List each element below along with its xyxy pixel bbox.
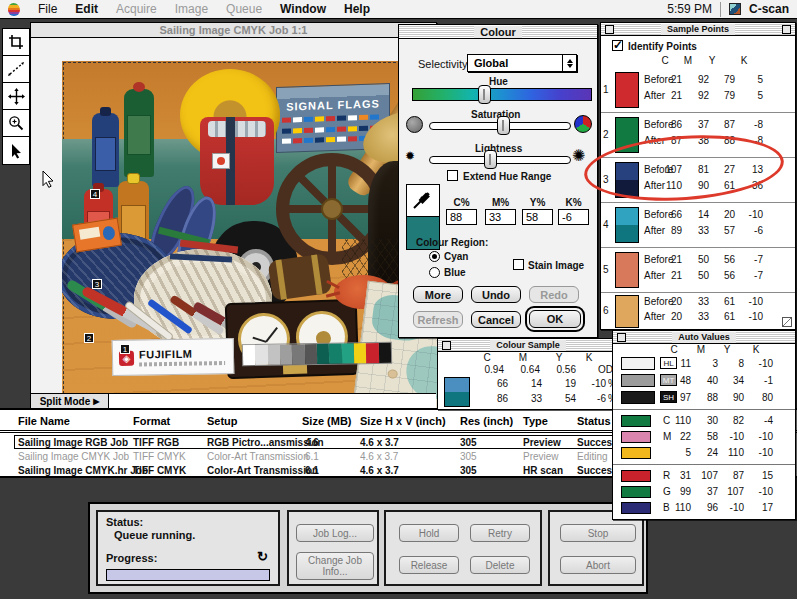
abort-button[interactable]: Abort <box>560 556 636 574</box>
crop-icon <box>8 34 24 50</box>
lightness-bright-icon: ✺ <box>572 146 585 165</box>
close-box[interactable] <box>617 333 626 342</box>
crop-tool[interactable] <box>3 29 29 56</box>
c-pct-label: C% <box>446 197 477 208</box>
refresh-button[interactable]: Refresh <box>413 311 463 328</box>
lightness-label: Lightness <box>475 143 522 154</box>
retry-button[interactable]: Retry <box>470 524 530 542</box>
menu-acquire[interactable]: Acquire <box>116 2 157 16</box>
y-value-field[interactable] <box>522 209 553 225</box>
r-swatch <box>621 470 651 482</box>
col-status[interactable]: Status <box>577 415 611 427</box>
colour-dialog-title: Colour <box>474 26 521 38</box>
identify-points-checkbox[interactable] <box>612 40 623 51</box>
menu-queue[interactable]: Queue <box>226 2 262 16</box>
menu-image[interactable]: Image <box>175 2 208 16</box>
sp-col-k: K <box>727 55 761 66</box>
sample-point-row[interactable]: 4 Before After 66 14 20 -10 89 33 57 -6 <box>601 203 795 248</box>
stop-button[interactable]: Stop <box>560 524 636 542</box>
sample-points-titlebar[interactable]: Sample Points <box>601 23 795 36</box>
move-tool[interactable] <box>3 83 29 110</box>
menu-help[interactable]: Help <box>344 2 370 16</box>
delete-button[interactable]: Delete <box>470 556 530 574</box>
region-radio-blue[interactable] <box>429 267 440 278</box>
col-size-hxv[interactable]: Size H x V (inch) <box>360 415 446 427</box>
hold-button[interactable]: Hold <box>399 524 459 542</box>
sample-point-row[interactable]: 1 Before After 21 92 79 5 21 92 79 5 <box>601 68 795 113</box>
region-radio-cyan[interactable] <box>429 251 440 262</box>
col-setup[interactable]: Setup <box>207 415 238 427</box>
k-value-field[interactable] <box>558 209 589 225</box>
status-group: Status: Queue running. Progress: ↻ <box>96 510 280 586</box>
measure-tool[interactable] <box>3 56 29 83</box>
colour-sample-title: Colour Sample <box>490 340 566 351</box>
sample-point-row[interactable]: 2 Before After 86 37 87 -8 87 38 88 -8 <box>601 113 795 158</box>
menu-clock: 5:59 PM <box>667 2 712 16</box>
pointer-icon <box>10 143 23 159</box>
col-type[interactable]: Type <box>523 415 548 427</box>
release-button[interactable]: Release <box>399 556 459 574</box>
hue-slider-thumb[interactable] <box>478 85 491 104</box>
col-res[interactable]: Res (inch) <box>460 415 513 427</box>
col-size-mb[interactable]: Size (MB) <box>302 415 352 427</box>
sample-point-row[interactable]: 6 Before After 20 33 61 -10 20 33 61 -10 <box>601 293 795 330</box>
close-box[interactable] <box>605 25 614 34</box>
cs-col-m: M <box>506 352 540 363</box>
mt-swatch <box>621 374 655 387</box>
lightness-slider-thumb[interactable] <box>484 150 497 169</box>
region-cyan-label: Cyan <box>444 251 468 262</box>
auto-values-titlebar[interactable]: Auto Values <box>613 331 795 344</box>
app-menu-name[interactable]: C-scan <box>749 2 789 16</box>
sample-swatch <box>615 252 639 288</box>
image-window-titlebar[interactable]: Sailing Image CMYK Job 1:1 <box>31 23 436 38</box>
redo-button[interactable]: Redo <box>529 286 579 303</box>
job-log-button[interactable]: Job Log... <box>296 524 374 542</box>
sample-swatch <box>615 295 639 328</box>
colour-region-label: Colour Region: <box>416 237 488 248</box>
pointer-tool[interactable] <box>3 137 29 164</box>
more-button[interactable]: More <box>413 286 463 303</box>
m-value-field[interactable] <box>485 209 516 225</box>
saturation-slider-thumb[interactable] <box>497 116 510 135</box>
k-pct-label: K% <box>558 197 589 208</box>
horizontal-scrollbar[interactable] <box>109 394 436 409</box>
ok-button-ring: OK <box>525 306 585 332</box>
fujifilm-label: FUJIFILM <box>139 347 225 360</box>
zoom-tool[interactable] <box>3 110 29 137</box>
queue-control-panel: Status: Queue running. Progress: ↻ Job L… <box>88 502 648 594</box>
stain-image-checkbox[interactable] <box>513 259 524 270</box>
refresh-spinner-icon: ↻ <box>257 549 268 564</box>
extend-hue-checkbox[interactable] <box>447 170 458 181</box>
move-icon <box>8 88 25 105</box>
c-value-field[interactable] <box>446 209 477 225</box>
col-file-name[interactable]: File Name <box>18 415 70 427</box>
saturation-min-icon <box>406 116 423 133</box>
sp-col-y: Y <box>695 55 729 66</box>
change-job-info-button[interactable]: Change Job Info... <box>296 552 374 580</box>
menu-file[interactable]: File <box>38 2 57 16</box>
apple-menu-icon[interactable] <box>8 3 20 16</box>
split-mode-button[interactable]: Split Mode▶ <box>31 394 109 409</box>
collapse-box[interactable] <box>782 25 791 34</box>
colour-dialog-titlebar[interactable]: Colour <box>399 25 597 39</box>
sample-point-row[interactable]: 3 Before After 107 81 27 13 110 90 61 36 <box>601 158 795 203</box>
cancel-button[interactable]: Cancel <box>471 311 521 328</box>
ok-button[interactable]: OK <box>529 310 581 328</box>
plaque <box>283 364 307 374</box>
sample-point-row[interactable]: 5 Before After 21 50 56 -7 21 50 56 -7 <box>601 248 795 293</box>
resize-handle-icon[interactable] <box>782 317 792 327</box>
app-menu-icon[interactable] <box>729 3 741 15</box>
sh-swatch <box>621 391 655 404</box>
close-box[interactable] <box>442 341 451 350</box>
fujifilm-card: ◈ FUJIFILM <box>112 338 235 376</box>
menu-window[interactable]: Window <box>280 2 326 16</box>
colour-sample-titlebar[interactable]: Colour Sample <box>438 339 618 352</box>
menu-edit[interactable]: Edit <box>75 2 98 16</box>
auto-values-title: Auto Values <box>672 332 736 343</box>
undo-button[interactable]: Undo <box>471 286 521 303</box>
col-format[interactable]: Format <box>133 415 170 427</box>
selectivity-popup[interactable]: Global <box>467 54 577 72</box>
lightness-track[interactable] <box>429 156 571 164</box>
green-bottle <box>124 89 154 177</box>
hue-gradient-track[interactable] <box>412 88 592 101</box>
